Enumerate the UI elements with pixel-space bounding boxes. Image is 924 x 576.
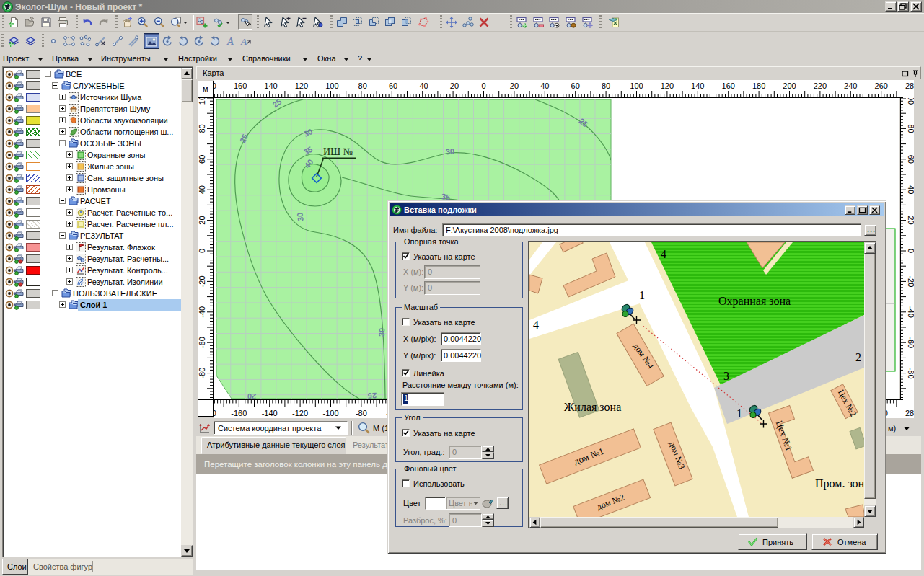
svg-text:-60: -60 xyxy=(198,337,206,348)
svg-text:100: 100 xyxy=(630,81,643,90)
svg-text:2: 2 xyxy=(855,351,861,363)
svg-text:Охранная зона: Охранная зона xyxy=(718,295,791,308)
svg-text:0: 0 xyxy=(198,249,206,253)
svg-text:4: 4 xyxy=(661,248,666,260)
svg-text:-180: -180 xyxy=(214,81,216,90)
svg-text:-80: -80 xyxy=(907,368,914,379)
svg-text:-160: -160 xyxy=(231,409,247,417)
svg-text:120: 120 xyxy=(661,81,674,90)
svg-text:0: 0 xyxy=(481,81,485,90)
svg-text:-20: -20 xyxy=(447,81,459,90)
svg-text:40: 40 xyxy=(198,185,206,194)
svg-text:200: 200 xyxy=(783,81,796,90)
svg-text:40: 40 xyxy=(540,81,549,90)
svg-text:-100: -100 xyxy=(322,409,338,417)
svg-text:30: 30 xyxy=(377,328,387,337)
svg-text:-180: -180 xyxy=(214,409,216,417)
svg-text:20: 20 xyxy=(510,81,519,90)
svg-text:-20: -20 xyxy=(907,275,914,287)
svg-text:60: 60 xyxy=(571,81,580,90)
svg-text:3: 3 xyxy=(723,370,729,382)
svg-text:25: 25 xyxy=(368,391,377,399)
svg-text:A: A xyxy=(226,36,234,47)
svg-text:-120: -120 xyxy=(292,409,308,417)
svg-text:-40: -40 xyxy=(417,81,428,90)
svg-text:240: 240 xyxy=(844,81,857,90)
svg-text:-100: -100 xyxy=(322,81,338,90)
svg-text:30: 30 xyxy=(445,146,454,156)
svg-text:-140: -140 xyxy=(262,409,278,417)
svg-text:0: 0 xyxy=(907,249,914,253)
svg-text:Пром. зон: Пром. зон xyxy=(815,477,864,490)
svg-text:ИШ №: ИШ № xyxy=(323,146,353,157)
svg-text:180: 180 xyxy=(752,81,765,90)
svg-text:-120: -120 xyxy=(292,81,308,90)
svg-text:100: 100 xyxy=(907,98,914,105)
svg-text:260: 260 xyxy=(875,81,888,90)
svg-text:-80: -80 xyxy=(356,409,367,417)
svg-text:60: 60 xyxy=(907,155,914,164)
svg-text:100: 100 xyxy=(198,98,206,105)
svg-text:80: 80 xyxy=(198,124,206,133)
svg-text:160: 160 xyxy=(722,81,735,90)
svg-text:-60: -60 xyxy=(907,337,914,348)
svg-text:80: 80 xyxy=(907,124,914,133)
svg-text:-80: -80 xyxy=(198,368,206,379)
svg-text:-40: -40 xyxy=(198,306,206,318)
svg-text:60: 60 xyxy=(198,155,206,164)
svg-text:220: 220 xyxy=(814,81,827,90)
svg-text:-40: -40 xyxy=(907,306,914,318)
svg-text:-60: -60 xyxy=(386,81,397,90)
svg-text:4: 4 xyxy=(533,319,539,331)
svg-text:A: A xyxy=(240,36,247,47)
svg-text:80: 80 xyxy=(602,81,610,90)
svg-text:-140: -140 xyxy=(262,81,278,90)
svg-text:20: 20 xyxy=(198,216,206,224)
svg-text:-160: -160 xyxy=(231,81,247,90)
svg-text:-80: -80 xyxy=(356,81,367,90)
svg-text:140: 140 xyxy=(691,81,704,90)
svg-text:20: 20 xyxy=(907,216,914,224)
svg-text:-20: -20 xyxy=(198,275,206,287)
svg-text:1: 1 xyxy=(639,289,645,301)
svg-text:40: 40 xyxy=(907,185,914,194)
svg-text:30: 30 xyxy=(295,212,304,222)
svg-text:Жилая зона: Жилая зона xyxy=(564,401,621,413)
svg-text:1: 1 xyxy=(736,407,742,420)
svg-text:20: 20 xyxy=(247,392,257,399)
